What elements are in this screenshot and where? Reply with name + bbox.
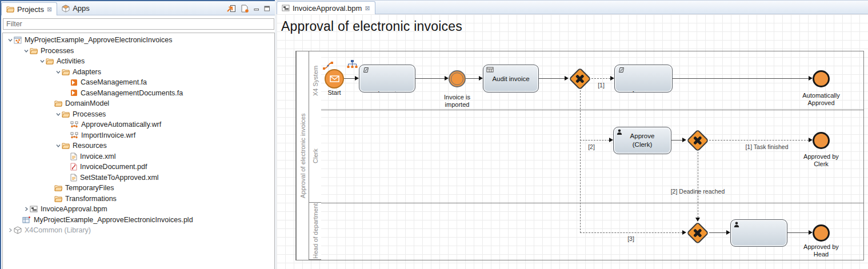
tree-item-label: CaseManagement.fa (81, 78, 147, 86)
task-audit-invoice[interactable]: Audit invoice (483, 65, 539, 93)
workflow-icon (70, 121, 78, 128)
flow-line-dashed[interactable] (580, 140, 609, 140)
tree-item-transformations[interactable]: Transformations (3, 194, 274, 204)
user-icon (734, 222, 739, 227)
flow-line[interactable] (466, 78, 479, 79)
end-event-automatically-approved[interactable] (813, 70, 830, 87)
tree-item-adapters[interactable]: Adapters (3, 67, 274, 78)
close-icon[interactable]: ⊠ (47, 6, 52, 13)
project-icon (14, 36, 22, 44)
tree-item-invoicedocument-pdf[interactable]: InvoiceDocument.pdf (3, 162, 274, 172)
tree-item-casemanagement-fa[interactable]: CaseManagement.fa (3, 77, 274, 88)
tree-item-project[interactable]: MyProjectExample_ApproveElectronicInvoic… (3, 35, 274, 46)
view-menu-icon[interactable] (241, 5, 249, 13)
close-icon[interactable]: ⊠ (365, 5, 370, 11)
tab-apps[interactable]: Apps (57, 2, 94, 15)
task-label: Import electronic invoice (373, 90, 401, 93)
flow-line-dashed[interactable] (698, 152, 698, 218)
task-import-invoice[interactable]: Import electronic invoice (359, 65, 415, 93)
expander-open-icon[interactable] (54, 143, 62, 148)
flow-line[interactable] (344, 78, 355, 79)
end-event-label: Approved by Head (795, 243, 847, 258)
tree-item-resources[interactable]: Resources (3, 140, 274, 151)
lane-label-clerk[interactable]: Clerk (309, 110, 321, 203)
flow-line-dashed[interactable] (580, 90, 581, 233)
tree-item-label: TemporaryFiles (65, 184, 114, 192)
minimize-icon[interactable] (254, 6, 259, 11)
org-chart-icon[interactable] (346, 59, 358, 69)
expander-open-icon[interactable] (54, 70, 62, 74)
expander-open-icon[interactable] (54, 112, 62, 117)
bpm-file-icon (282, 5, 290, 11)
tree-item-x4common[interactable]: X4Common (Library) (3, 225, 274, 236)
tree-item-label: MyProjectExample_ApproveElectronicInvoic… (25, 36, 172, 44)
task-approve-head[interactable]: Approve (Head of department) (730, 219, 787, 247)
library-icon (14, 226, 22, 234)
tab-invoiceapproval-bpm[interactable]: InvoiceApproval.bpm ⊠ (277, 1, 375, 14)
pool-label[interactable]: Approval of electronic invoices (296, 51, 309, 260)
tree-item-importinvoice-wrf[interactable]: ImportInvoice.wrf (3, 130, 274, 141)
tab-projects[interactable]: Projects ⊠ (1, 2, 57, 15)
tree-item-invoice-xml[interactable]: Invoice.xml (3, 151, 274, 162)
tree-item-approveautomatically-wrf[interactable]: ApproveAutomatically.wrf (3, 119, 274, 130)
expander-open-icon[interactable] (22, 49, 30, 53)
end-event-approved-by-head[interactable] (813, 224, 830, 242)
message-envelope-icon (330, 75, 339, 82)
diagram-title: Approval of electronic invoices (281, 19, 462, 34)
filter-input[interactable] (3, 18, 274, 30)
package-tab-icon (62, 5, 70, 13)
intermediate-event-label: Invoice is imported (431, 94, 483, 109)
flow-line[interactable] (709, 232, 726, 233)
lane-divider (321, 203, 863, 203)
end-event-label: Approved by Clerk (795, 153, 847, 168)
start-event[interactable] (325, 69, 344, 89)
edge-label-2: [2] (583, 143, 600, 150)
flow-line[interactable] (673, 78, 809, 79)
arrowhead (445, 76, 449, 81)
flow-line-dashed[interactable] (709, 140, 809, 140)
tree-item-temporaryfiles[interactable]: TemporaryFiles (3, 183, 274, 194)
flow-line[interactable] (539, 78, 565, 79)
expander-collapsed-icon[interactable] (6, 228, 14, 232)
diagram-canvas[interactable]: Approval of electronic invoices Approval… (277, 14, 868, 269)
tree-item-processes[interactable]: Processes (3, 46, 274, 57)
tree-item-casemanagementdocuments-fa[interactable]: CaseManagementDocuments.fa (3, 88, 274, 99)
expander-open-icon[interactable] (6, 38, 14, 42)
task-approve-automatically[interactable]: Approve (automatical ly) (614, 65, 673, 93)
arrowhead (682, 138, 686, 142)
flow-line-dashed[interactable] (591, 78, 610, 79)
arrowhead (726, 230, 730, 235)
tree-item-invoiceapproval-bpm[interactable]: InvoiceApproval.bpm (3, 204, 274, 215)
tree-item-activities[interactable]: Activities (3, 56, 274, 67)
flow-line[interactable] (671, 140, 682, 140)
maximize-icon[interactable] (264, 6, 270, 11)
tree-item-processes-sub[interactable]: Processes (3, 109, 274, 120)
task-approve-clerk[interactable]: Approve (Clerk) (613, 127, 671, 154)
lane-label-x4-system[interactable]: X4 System (309, 51, 321, 110)
arrowhead (809, 230, 813, 235)
end-event-approved-by-clerk[interactable] (813, 132, 830, 149)
task-label: Approve (Clerk) (630, 132, 655, 149)
lane-label-head-of-department[interactable]: Head of department (309, 203, 321, 260)
tree-item-project-pld[interactable]: MyProjectExample_ApproveElectronicInvoic… (3, 215, 274, 226)
arrowhead (809, 76, 813, 81)
flow-line-dashed[interactable] (580, 232, 682, 233)
arrowhead (609, 138, 613, 142)
tab-projects-label: Projects (17, 5, 44, 14)
expander-collapsed-icon[interactable] (22, 207, 30, 211)
arrowhead (565, 76, 569, 81)
tree-item-domainmodel[interactable]: DomainModel (3, 98, 274, 109)
task-label: Approve (Head of department) (741, 245, 777, 247)
intermediate-event-invoice-imported[interactable] (449, 70, 466, 87)
folder-icon (30, 47, 38, 54)
edge-label-task-finished: [1] Task finished (727, 143, 807, 150)
folder-icon (54, 184, 62, 191)
expander-open-icon[interactable] (38, 59, 46, 63)
editor-tab-label: InvoiceApproval.bpm (293, 4, 362, 13)
flow-line[interactable] (415, 78, 445, 79)
flow-line[interactable] (787, 232, 809, 233)
link-with-editor-icon[interactable] (227, 5, 236, 13)
folder-icon (62, 111, 70, 118)
tree-item-setstatetoapproved-xml[interactable]: SetStateToApproved.xml (3, 172, 274, 183)
bpm-editor: InvoiceApproval.bpm ⊠ Approval of electr… (277, 0, 868, 269)
